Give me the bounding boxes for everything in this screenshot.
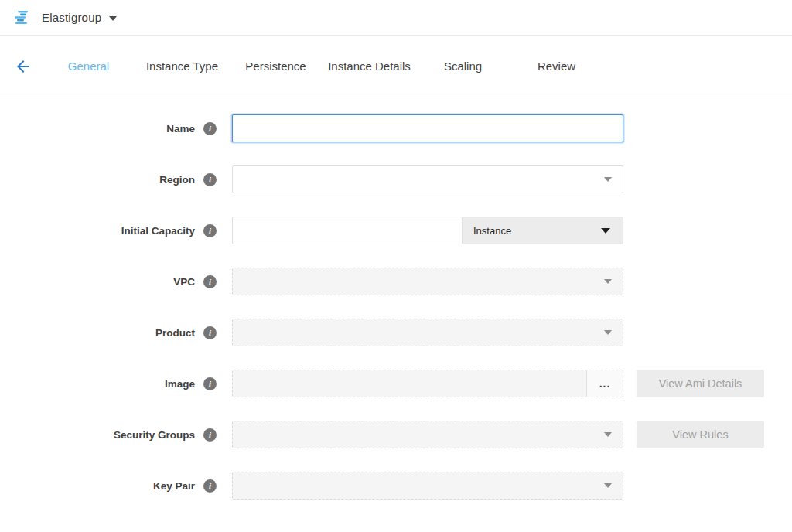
general-settings-form: Name i Region i Initial Capacity i Insta… xyxy=(0,97,792,500)
key-pair-row: Key Pair i xyxy=(0,472,792,500)
info-icon[interactable]: i xyxy=(203,122,217,135)
info-icon[interactable]: i xyxy=(203,326,217,339)
info-icon[interactable]: i xyxy=(203,224,217,237)
capacity-unit-select[interactable]: Instance xyxy=(462,217,623,244)
vpc-label: VPC xyxy=(0,276,195,288)
name-label: Name xyxy=(0,123,195,135)
caret-down-icon xyxy=(604,432,612,437)
region-label: Region xyxy=(0,174,195,186)
key-pair-label: Key Pair xyxy=(0,480,195,492)
info-icon[interactable]: i xyxy=(203,479,217,493)
elastigroup-logo-icon xyxy=(12,8,32,28)
security-groups-select xyxy=(232,421,623,448)
info-icon[interactable]: i xyxy=(203,377,217,390)
name-row: Name i xyxy=(0,114,792,142)
tab-instance-details[interactable]: Instance Details xyxy=(323,60,416,73)
initial-capacity-label: Initial Capacity xyxy=(0,225,195,237)
caret-down-icon xyxy=(604,483,612,488)
product-select xyxy=(232,319,623,346)
vpc-select xyxy=(232,268,623,295)
image-input: ... xyxy=(232,370,623,397)
vpc-row: VPC i xyxy=(0,268,792,295)
image-label: Image xyxy=(0,378,195,390)
initial-capacity-row: Initial Capacity i Instance xyxy=(0,217,792,244)
image-row: Image i ... View Ami Details xyxy=(0,370,792,397)
view-rules-button[interactable]: View Rules xyxy=(637,421,764,448)
caret-down-icon xyxy=(604,279,612,284)
browse-image-button[interactable]: ... xyxy=(586,370,623,397)
security-groups-label: Security Groups xyxy=(0,429,195,441)
arrow-back-icon[interactable] xyxy=(14,57,32,76)
tab-review[interactable]: Review xyxy=(510,60,603,73)
product-row: Product i xyxy=(0,319,792,346)
app-header: Elastigroup xyxy=(0,0,792,36)
tab-scaling[interactable]: Scaling xyxy=(416,60,510,73)
view-ami-details-button[interactable]: View Ami Details xyxy=(637,370,764,397)
image-value xyxy=(233,370,586,397)
product-label: Product xyxy=(0,327,195,339)
name-input[interactable] xyxy=(232,114,623,142)
key-pair-select xyxy=(232,472,623,500)
region-select[interactable] xyxy=(232,165,623,193)
security-groups-row: Security Groups i View Rules xyxy=(0,421,792,448)
wizard-tab-bar: General Instance Type Persistence Instan… xyxy=(0,36,792,97)
chevron-down-icon[interactable] xyxy=(109,16,117,21)
tab-general[interactable]: General xyxy=(42,60,135,73)
caret-down-icon xyxy=(604,177,612,182)
capacity-unit-value: Instance xyxy=(473,225,601,237)
region-row: Region i xyxy=(0,165,792,193)
tab-instance-type[interactable]: Instance Type xyxy=(135,60,229,73)
tab-persistence[interactable]: Persistence xyxy=(229,60,323,73)
info-icon[interactable]: i xyxy=(203,428,217,442)
caret-down-icon xyxy=(601,228,610,234)
info-icon[interactable]: i xyxy=(203,173,217,186)
app-title: Elastigroup xyxy=(42,11,101,24)
caret-down-icon xyxy=(604,330,612,335)
initial-capacity-input[interactable] xyxy=(232,217,462,244)
tabs: General Instance Type Persistence Instan… xyxy=(42,60,603,73)
info-icon[interactable]: i xyxy=(203,275,217,288)
